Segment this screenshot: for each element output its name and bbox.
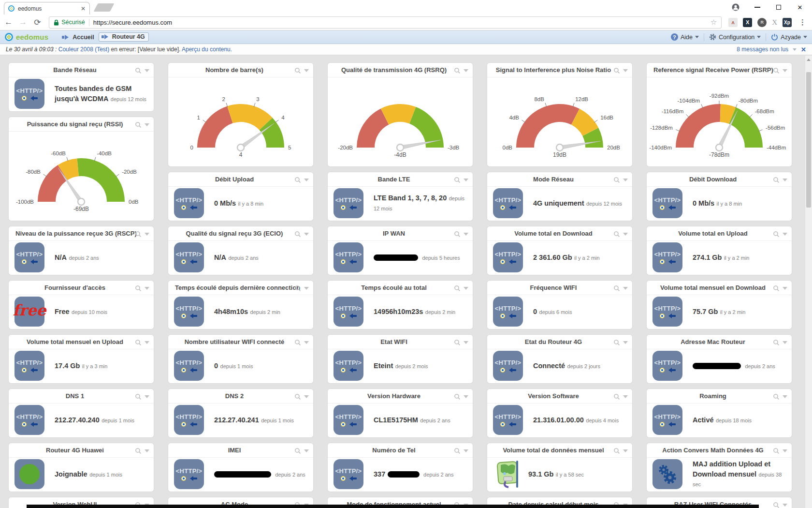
- magnifier-icon[interactable]: [613, 448, 620, 454]
- chevron-down-icon[interactable]: [145, 233, 149, 238]
- magnifier-icon[interactable]: [454, 393, 461, 400]
- scrollbar-thumb[interactable]: [806, 72, 811, 208]
- chevron-down-icon[interactable]: [623, 287, 628, 292]
- eedomus-logo[interactable]: eedomus: [5, 33, 48, 41]
- magnifier-icon[interactable]: [294, 177, 301, 183]
- close-notification-icon[interactable]: ✕: [801, 46, 806, 53]
- extension-circle-icon[interactable]: R: [757, 18, 767, 27]
- chevron-down-icon[interactable]: [783, 449, 787, 455]
- back-button[interactable]: ←: [4, 17, 14, 27]
- breadcrumb-current-page[interactable]: Routeur 4G: [99, 32, 149, 42]
- chevron-down-icon[interactable]: [145, 395, 149, 401]
- magnifier-icon[interactable]: [294, 285, 301, 292]
- chevron-down-icon[interactable]: [623, 179, 628, 184]
- chevron-down-icon[interactable]: [783, 504, 787, 508]
- forward-button[interactable]: →: [18, 17, 28, 27]
- help-menu[interactable]: ? Aide: [671, 33, 699, 41]
- chevron-down-icon[interactable]: [304, 287, 309, 292]
- notification-error-link[interactable]: Couleur 2008 (Test): [58, 46, 109, 53]
- new-tab-button[interactable]: [93, 3, 114, 12]
- magnifier-icon[interactable]: [773, 393, 780, 400]
- magnifier-icon[interactable]: [773, 177, 780, 183]
- chevron-down-icon[interactable]: [464, 287, 468, 292]
- vertical-scrollbar[interactable]: [805, 56, 812, 508]
- extension-xp-icon[interactable]: Xp: [783, 18, 792, 27]
- browser-menu-icon[interactable]: ⋮: [797, 18, 808, 27]
- chevron-down-icon[interactable]: [783, 233, 787, 238]
- browser-tab[interactable]: eedomus ✕: [4, 2, 90, 15]
- magnifier-icon[interactable]: [135, 339, 142, 346]
- magnifier-icon[interactable]: [613, 231, 620, 238]
- chevron-down-icon[interactable]: [464, 341, 468, 346]
- chevron-down-icon[interactable]: [623, 449, 628, 455]
- bookmark-star-icon[interactable]: ☆: [710, 18, 717, 27]
- chevron-down-icon[interactable]: [623, 69, 628, 75]
- magnifier-icon[interactable]: [454, 448, 461, 454]
- chevron-down-icon[interactable]: [145, 449, 149, 455]
- magnifier-icon[interactable]: [454, 285, 461, 292]
- magnifier-icon[interactable]: [613, 177, 620, 183]
- reload-button[interactable]: ⟳: [32, 17, 42, 28]
- chevron-down-icon[interactable]: [464, 179, 468, 184]
- magnifier-icon[interactable]: [135, 393, 142, 400]
- window-close-button[interactable]: ✕: [797, 4, 803, 11]
- chevron-down-icon[interactable]: [464, 395, 468, 401]
- chevron-down-icon[interactable]: [783, 179, 787, 184]
- magnifier-icon[interactable]: [773, 67, 780, 74]
- chevron-down-icon[interactable]: [304, 69, 309, 75]
- user-menu[interactable]: Azyade: [771, 33, 807, 41]
- chevron-down-icon[interactable]: [304, 341, 309, 346]
- magnifier-icon[interactable]: [773, 502, 780, 508]
- magnifier-icon[interactable]: [454, 67, 461, 74]
- magnifier-icon[interactable]: [613, 339, 620, 346]
- chevron-down-icon[interactable]: [145, 123, 149, 129]
- magnifier-icon[interactable]: [773, 448, 780, 454]
- url-omnibox[interactable]: Sécurisé https://secure.eedomus.com ☆: [49, 16, 722, 29]
- chevron-down-icon[interactable]: [304, 395, 309, 401]
- extension-x-dark-icon[interactable]: X: [743, 18, 752, 27]
- magnifier-icon[interactable]: [135, 448, 142, 454]
- window-maximize-button[interactable]: [775, 4, 782, 11]
- chevron-down-icon[interactable]: [145, 69, 149, 75]
- magnifier-icon[interactable]: [294, 393, 301, 400]
- tab-close-icon[interactable]: ✕: [81, 5, 86, 12]
- magnifier-icon[interactable]: [773, 339, 780, 346]
- magnifier-icon[interactable]: [454, 339, 461, 346]
- magnifier-icon[interactable]: [294, 231, 301, 238]
- magnifier-icon[interactable]: [613, 67, 620, 74]
- magnifier-icon[interactable]: [135, 231, 142, 238]
- scrollbar-up-arrow[interactable]: [805, 56, 812, 63]
- magnifier-icon[interactable]: [135, 121, 142, 128]
- chevron-down-icon[interactable]: [304, 449, 309, 455]
- magnifier-icon[interactable]: [773, 231, 780, 238]
- breadcrumb-home[interactable]: Accueil: [62, 34, 94, 41]
- magnifier-icon[interactable]: [613, 393, 620, 400]
- magnifier-icon[interactable]: [294, 67, 301, 74]
- chevron-down-icon[interactable]: [783, 341, 787, 346]
- chevron-down-icon[interactable]: [783, 69, 787, 75]
- extension-pdf-icon[interactable]: ᴧ: [728, 18, 738, 27]
- magnifier-icon[interactable]: [294, 339, 301, 346]
- chevron-down-icon[interactable]: [145, 341, 149, 346]
- unread-messages-link[interactable]: 8 messages non lus: [737, 46, 788, 53]
- window-minimize-button[interactable]: [754, 4, 761, 11]
- chevron-down-icon[interactable]: [623, 341, 628, 346]
- magnifier-icon[interactable]: [135, 285, 142, 292]
- magnifier-icon[interactable]: [613, 285, 620, 292]
- chevron-down-icon[interactable]: [464, 69, 468, 75]
- chevron-down-icon[interactable]: [464, 233, 468, 238]
- profile-icon[interactable]: [732, 3, 740, 11]
- chevron-down-icon[interactable]: [304, 233, 309, 238]
- chevron-down-icon[interactable]: [793, 48, 797, 53]
- notification-preview-link[interactable]: Aperçu du contenu.: [182, 46, 232, 53]
- configuration-menu[interactable]: Configuration: [709, 33, 761, 41]
- chevron-down-icon[interactable]: [783, 395, 787, 401]
- magnifier-icon[interactable]: [294, 448, 301, 454]
- magnifier-icon[interactable]: [773, 285, 780, 292]
- magnifier-icon[interactable]: [454, 177, 461, 183]
- chevron-down-icon[interactable]: [464, 449, 468, 455]
- chevron-down-icon[interactable]: [304, 179, 309, 184]
- chevron-down-icon[interactable]: [623, 233, 628, 238]
- magnifier-icon[interactable]: [135, 67, 142, 74]
- chevron-down-icon[interactable]: [623, 395, 628, 401]
